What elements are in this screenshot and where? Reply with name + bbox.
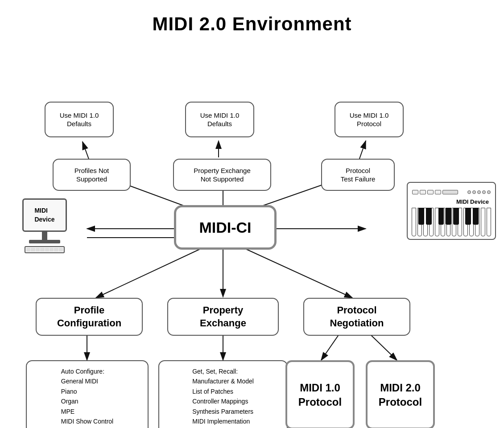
svg-line-12: [245, 249, 352, 298]
monitor-base: [29, 240, 60, 243]
midi10-protocol-box: MIDI 1.0 Protocol: [285, 360, 355, 428]
keyboard-icon: [25, 246, 65, 253]
top-left-defaults-box: Use MIDI 1.0 Defaults: [45, 102, 114, 137]
page-title: MIDI 2.0 Environment: [0, 0, 504, 44]
profile-detail-box: Auto Configure: General MIDI Piano Organ…: [26, 360, 149, 428]
top-mid-defaults-box: Use MIDI 1.0 Defaults: [185, 102, 254, 137]
midi-ci-box: MIDI-CI: [174, 205, 277, 250]
property-exchange-not-supported-box: Property Exchange Not Supported: [173, 159, 271, 191]
midi-device-keyboard: MIDI Device: [407, 182, 496, 240]
midi-device-label: MIDIDevice: [34, 206, 54, 224]
monitor-icon: MIDIDevice: [22, 198, 67, 232]
protocol-test-failure-box: Protocol Test Failure: [321, 159, 395, 191]
profile-configuration-box: Profile Configuration: [36, 298, 143, 336]
svg-line-15: [321, 334, 339, 360]
property-exchange-box: Property Exchange: [167, 298, 279, 336]
midi20-protocol-box: MIDI 2.0 Protocol: [366, 360, 435, 428]
keyboard-device-label: MIDI Device: [456, 198, 492, 205]
protocol-negotiation-box: Protocol Negotiation: [303, 298, 410, 336]
midi-device-computer: MIDIDevice: [9, 182, 80, 253]
property-detail-box: Get, Set, Recall: Manufacturer & Model L…: [158, 360, 288, 428]
svg-line-10: [96, 249, 201, 298]
monitor-stand: [42, 232, 47, 240]
top-right-protocol-box: Use MIDI 1.0 Protocol: [335, 102, 404, 137]
svg-line-16: [370, 334, 397, 360]
